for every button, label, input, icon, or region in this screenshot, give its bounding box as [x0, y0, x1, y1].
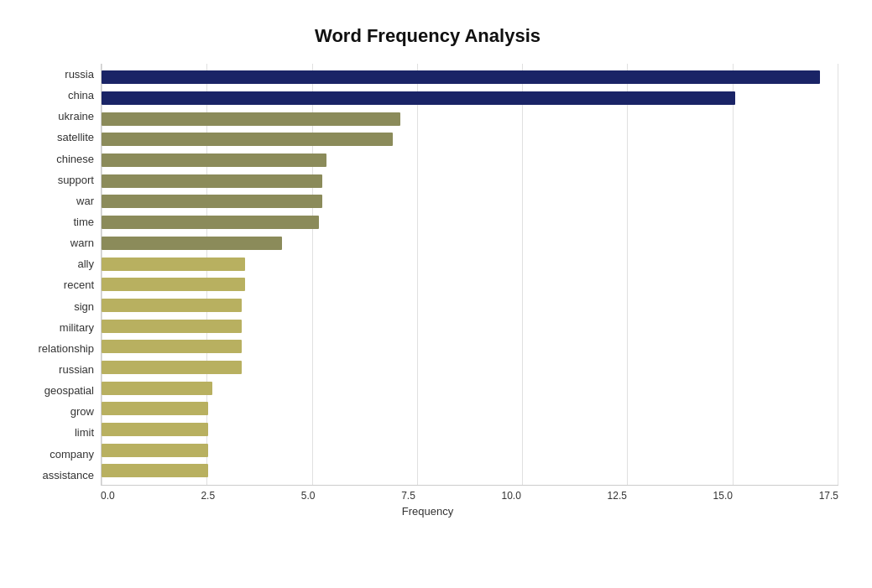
chart-title: Word Frequency Analysis	[17, 25, 838, 47]
y-label: grow	[17, 406, 94, 417]
y-label: support	[17, 174, 94, 185]
bar	[102, 423, 208, 436]
bar-row	[102, 297, 838, 314]
bar-row	[102, 462, 838, 479]
bar	[102, 361, 242, 374]
bar-row	[102, 256, 838, 273]
bar	[102, 154, 326, 167]
bar-row	[102, 235, 838, 252]
bar-row	[102, 276, 838, 293]
bars-and-grid	[101, 64, 838, 486]
bar	[102, 258, 245, 271]
bar	[102, 320, 242, 333]
bar	[102, 112, 400, 126]
bar	[102, 382, 212, 395]
bar-row	[102, 421, 838, 438]
bar-row	[102, 400, 838, 417]
bar-row	[102, 442, 838, 459]
y-label: russian	[17, 364, 94, 375]
bar-row	[102, 318, 838, 335]
bar-row	[102, 193, 838, 210]
chart-area: russiachinaukrainesatellitechinesesuppor…	[17, 64, 838, 518]
y-label: recent	[17, 279, 94, 290]
chart-container: Word Frequency Analysis russiachinaukrai…	[0, 0, 872, 588]
x-tick-label: 10.0	[502, 490, 521, 502]
bar	[102, 216, 319, 229]
x-tick-label: 12.5	[608, 490, 627, 502]
x-axis: 0.02.55.07.510.012.515.017.5	[101, 490, 838, 502]
y-label: limit	[17, 427, 94, 438]
bar-row	[102, 69, 838, 86]
bar-row	[102, 173, 838, 190]
y-label: russia	[17, 69, 94, 80]
y-labels: russiachinaukrainesatellitechinesesuppor…	[17, 64, 101, 486]
bars-section: russiachinaukrainesatellitechinesesuppor…	[17, 64, 838, 486]
y-label: chinese	[17, 154, 94, 164]
bar-row	[102, 214, 838, 231]
bar	[102, 237, 282, 250]
bar-row	[102, 380, 838, 397]
y-label: sign	[17, 301, 94, 312]
x-tick-label: 15.0	[713, 490, 733, 502]
bar	[102, 91, 735, 105]
bar-row	[102, 90, 838, 107]
y-label: time	[17, 216, 94, 227]
bar-row	[102, 359, 838, 376]
bar	[102, 340, 242, 353]
y-label: warn	[17, 237, 94, 248]
bar-row	[102, 131, 838, 148]
x-tick-label: 17.5	[819, 490, 838, 502]
y-label: ukraine	[17, 111, 94, 122]
bar	[102, 402, 208, 415]
bar	[102, 195, 322, 208]
y-label: assistance	[17, 470, 94, 481]
y-label: geospatial	[17, 385, 94, 396]
y-label: relationship	[17, 343, 94, 354]
bar	[102, 278, 245, 291]
bar	[102, 299, 242, 312]
bar	[102, 70, 820, 84]
y-label: military	[17, 322, 94, 333]
bar	[102, 464, 208, 477]
bar	[102, 444, 208, 457]
bar-row	[102, 152, 838, 169]
x-tick-label: 7.5	[401, 490, 415, 502]
y-label: company	[17, 449, 94, 460]
bar	[102, 174, 322, 188]
bar	[102, 133, 393, 146]
bars-wrapper	[102, 64, 838, 485]
bar-row	[102, 111, 838, 127]
x-tick-label: 0.0	[101, 490, 115, 502]
x-tick-label: 5.0	[301, 490, 316, 502]
y-label: war	[17, 195, 94, 206]
y-label: satellite	[17, 132, 94, 143]
y-label: ally	[17, 258, 94, 269]
bar-row	[102, 338, 838, 355]
x-tick-label: 2.5	[201, 490, 215, 502]
x-axis-title: Frequency	[17, 505, 838, 518]
y-label: china	[17, 90, 94, 101]
